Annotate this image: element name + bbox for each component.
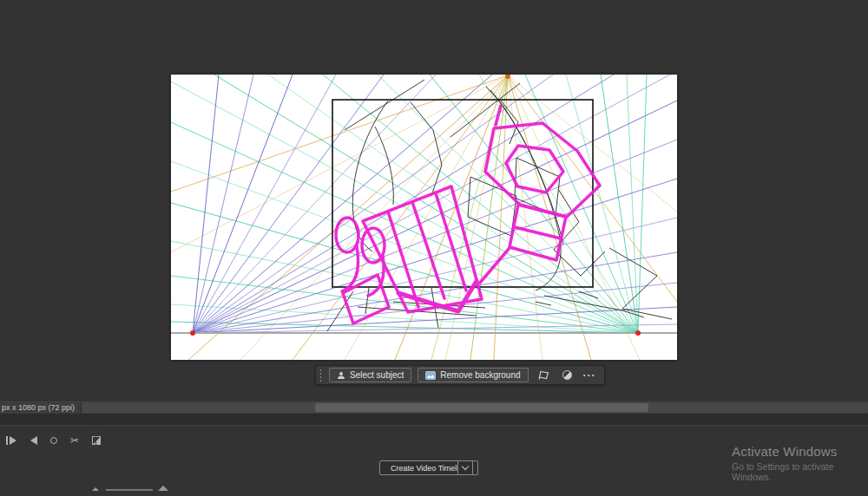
zoom-in-icon: [158, 486, 168, 491]
zoom-out-icon: [92, 487, 99, 491]
remove-background-button[interactable]: Remove background: [418, 368, 528, 382]
horizontal-scrollbar-thumb[interactable]: [315, 403, 648, 412]
transform-icon[interactable]: [538, 370, 549, 380]
left-vanishing-point: [190, 330, 195, 336]
previous-frame-icon[interactable]: [30, 436, 37, 445]
adjustments-contrast-icon[interactable]: [562, 370, 572, 380]
panel-divider: [0, 414, 868, 425]
contextual-taskbar: Select subject Remove background ···: [315, 365, 605, 385]
canvas-artwork: [171, 75, 677, 360]
taskbar-drag-handle-icon[interactable]: [319, 369, 323, 382]
activate-windows-watermark: Activate Windows Go to Settings to activ…: [732, 444, 868, 482]
chevron-down-icon: [462, 463, 469, 470]
watermark-subtitle: Go to Settings to activate Windows.: [732, 461, 868, 482]
remove-background-label: Remove background: [440, 370, 520, 380]
audio-icon[interactable]: [50, 437, 57, 444]
toolbar-separator: [95, 429, 96, 450]
status-separator: [80, 402, 81, 413]
select-subject-label: Select subject: [350, 370, 404, 380]
person-icon: [337, 371, 345, 380]
image-icon: [425, 371, 436, 380]
transitions-icon[interactable]: [92, 436, 101, 445]
status-bar: px x 1080 px (72 ppi) ›: [0, 400, 868, 414]
horizontal-scrollbar-track[interactable]: [82, 402, 868, 413]
photoshop-workspace: Select subject Remove background ··· px …: [0, 0, 868, 496]
split-scissors-icon[interactable]: ✂: [70, 434, 79, 447]
timeline-zoom-control[interactable]: [89, 483, 175, 495]
more-options-icon[interactable]: ···: [583, 369, 596, 382]
document-canvas[interactable]: [171, 75, 677, 360]
timeline-mode-dropdown[interactable]: [457, 460, 473, 475]
play-icon[interactable]: [6, 436, 16, 445]
right-vanishing-point: [635, 330, 641, 336]
select-subject-button[interactable]: Select subject: [329, 368, 411, 382]
document-dimensions-text: px x 1080 px (72 ppi): [2, 403, 75, 412]
timeline-toolbar: ✂: [0, 431, 101, 450]
create-video-timeline-label: Create Video Timeline: [391, 464, 467, 473]
watermark-title: Activate Windows: [732, 444, 868, 459]
